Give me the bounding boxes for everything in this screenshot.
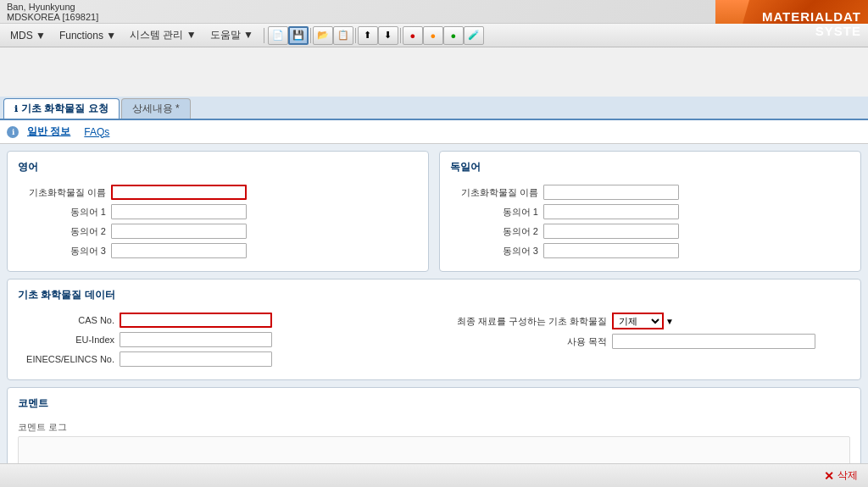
user-id: MDSKOREA [169821] (7, 12, 98, 22)
purpose-input[interactable] (612, 334, 815, 349)
content-area: 영어 기초화학물질 이름 동의어 1 동의어 2 동의어 3 (0, 144, 868, 487)
english-syn2-row: 동의어 2 (18, 224, 418, 239)
toolbar-red-btn[interactable]: ● (403, 26, 423, 45)
cas-label: CAS No. (18, 315, 120, 325)
component-row: 최종 재료를 구성하는 기초 화학물질 기제 첨가제 불순물 ▼ (442, 313, 850, 329)
brand-name-line1: MATERIALDAT (762, 9, 861, 24)
german-name-label: 기초화학물질 이름 (450, 186, 543, 199)
english-syn2-input[interactable] (111, 224, 247, 239)
english-syn1-input[interactable] (111, 204, 247, 219)
german-name-input[interactable] (543, 185, 679, 200)
component-select[interactable]: 기제 첨가제 불순물 (612, 313, 664, 329)
menu-separator (264, 28, 264, 43)
english-syn3-input[interactable] (111, 243, 247, 258)
german-name-row: 기초화학물질 이름 (450, 185, 850, 200)
german-syn3-row: 동의어 3 (450, 243, 850, 258)
english-name-label: 기초화학물질 이름 (18, 186, 111, 199)
cas-row: CAS No. (18, 313, 426, 328)
toolbar-orange-btn[interactable]: ● (423, 26, 443, 45)
einecs-input[interactable] (120, 351, 272, 367)
toolbar-save-btn[interactable]: 💾 (288, 26, 309, 45)
english-name-input[interactable] (111, 185, 247, 200)
tab-detail-label: 상세내용 * (132, 102, 180, 116)
english-section-title: 영어 (18, 160, 418, 178)
german-section-title: 독일어 (450, 160, 850, 178)
german-syn1-input[interactable] (543, 204, 679, 219)
delete-x-icon: ✕ (824, 469, 834, 483)
menu-help[interactable]: 도움말 ▼ (203, 25, 260, 45)
toolbar-separator-3 (400, 28, 401, 43)
tab-bar: ℹ 기초 화학물질 요청 상세내용 * (0, 97, 868, 120)
chemical-data-left: CAS No. EU-Index EINECS/ELINCS No. (18, 313, 426, 371)
delete-button[interactable]: ✕ 삭제 (824, 468, 858, 483)
toolbar-upload-btn[interactable]: ⬆ (358, 26, 378, 45)
english-syn2-label: 동의어 2 (18, 225, 111, 238)
einecs-label: EINECS/ELINCS No. (18, 354, 120, 364)
subnav-info-icon: ℹ (7, 126, 19, 138)
eu-row: EU-Index (18, 332, 426, 347)
delete-label: 삭제 (837, 468, 858, 483)
subnav-general[interactable]: 일반 정보 (22, 123, 75, 141)
german-syn2-row: 동의어 2 (450, 224, 850, 239)
chemical-data-title: 기초 화학물질 데이터 (18, 288, 850, 306)
toolbar-open-btn[interactable]: 📂 (313, 26, 333, 45)
toolbar-copy-btn[interactable]: 📋 (333, 26, 353, 45)
eu-label: EU-Index (18, 335, 120, 345)
comment-log-label: 코멘트 로그 (18, 421, 850, 434)
english-syn1-row: 동의어 1 (18, 204, 418, 219)
toolbar-download-btn[interactable]: ⬇ (378, 26, 398, 45)
name-sections-row: 영어 기초화학물질 이름 동의어 1 동의어 2 동의어 3 (7, 151, 861, 279)
toolbar-flask-btn[interactable]: 🧪 (464, 26, 484, 45)
english-section: 영어 기초화학물질 이름 동의어 1 동의어 2 동의어 3 (7, 151, 429, 272)
bottom-bar: ✕ 삭제 (0, 463, 868, 487)
toolbar-separator-1 (310, 28, 311, 43)
purpose-row: 사용 목적 (442, 334, 850, 349)
german-syn2-input[interactable] (543, 224, 679, 239)
user-name: Ban, Hyunkyung (7, 2, 98, 12)
tab-detail[interactable]: 상세내용 * (121, 98, 191, 119)
tab-basic-label: 기초 화학물질 요청 (21, 102, 108, 116)
german-syn3-input[interactable] (543, 243, 679, 258)
chemical-data-content: CAS No. EU-Index EINECS/ELINCS No. (18, 313, 850, 371)
german-syn1-row: 동의어 1 (450, 204, 850, 219)
einecs-row: EINECS/ELINCS No. (18, 351, 426, 367)
german-syn3-label: 동의어 3 (450, 245, 543, 257)
component-label: 최종 재료를 구성하는 기초 화학물질 (442, 315, 612, 328)
chemical-data-section: 기초 화학물질 데이터 CAS No. EU-Index EINECS/ELIN… (7, 279, 861, 380)
tab-basic[interactable]: ℹ 기초 화학물질 요청 (3, 98, 120, 119)
comment-section-title: 코멘트 (18, 396, 850, 414)
toolbar-green-btn[interactable]: ● (443, 26, 464, 45)
german-section: 독일어 기초화학물질 이름 동의어 1 동의어 2 동의어 3 (439, 151, 861, 272)
menu-functions[interactable]: Functions ▼ (53, 27, 123, 44)
eu-input[interactable] (120, 332, 272, 347)
english-syn3-row: 동의어 3 (18, 243, 418, 258)
sub-nav: ℹ 일반 정보 FAQs (0, 120, 868, 144)
toolbar-separator-2 (355, 28, 356, 43)
cas-input[interactable] (120, 313, 272, 328)
purpose-label: 사용 목적 (442, 335, 612, 348)
tab-basic-icon: ℹ (14, 104, 18, 113)
english-name-row: 기초화학물질 이름 (18, 185, 418, 200)
toolbar-new-btn[interactable]: 📄 (268, 26, 288, 45)
subnav-faqs[interactable]: FAQs (79, 125, 114, 140)
german-syn1-label: 동의어 1 (450, 206, 543, 219)
english-syn1-label: 동의어 1 (18, 206, 111, 219)
chemical-data-right: 최종 재료를 구성하는 기초 화학물질 기제 첨가제 불순물 ▼ 사용 목적 (426, 313, 850, 353)
brand-name-line2: SYSTE (815, 24, 861, 38)
menu-system[interactable]: 시스템 관리 ▼ (123, 25, 203, 45)
menu-mds[interactable]: MDS ▼ (3, 27, 53, 44)
dropdown-chevron-icon: ▼ (665, 317, 674, 326)
german-syn2-label: 동의어 2 (450, 225, 543, 238)
english-syn3-label: 동의어 3 (18, 245, 111, 257)
